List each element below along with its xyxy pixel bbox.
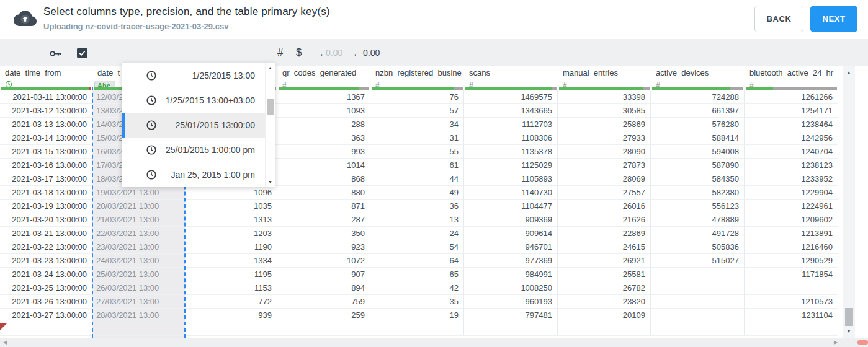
table-cell[interactable]: 2021-03-20 13:00:00	[0, 213, 92, 227]
table-cell[interactable]	[651, 295, 745, 309]
table-cell[interactable]	[651, 268, 745, 281]
table-cell[interactable]: 27/03/2021 13:00	[92, 295, 185, 309]
page-hscroll-thumb[interactable]	[857, 340, 868, 345]
table-cell[interactable]: 1190	[185, 240, 277, 254]
table-cell[interactable]: 1140730	[464, 186, 558, 200]
table-cell[interactable]: 55	[370, 145, 464, 159]
table-cell[interactable]: 1240704	[745, 145, 838, 159]
column-header[interactable]: scans#	[464, 66, 558, 90]
table-cell[interactable]	[651, 309, 745, 322]
table-cell[interactable]: 894	[277, 281, 370, 295]
include-column-checkbox[interactable]	[77, 39, 87, 66]
table-cell[interactable]: 1233952	[745, 172, 838, 186]
table-cell[interactable]: 2021-03-22 13:00:00	[0, 240, 92, 254]
table-cell[interactable]: 26016	[558, 200, 651, 213]
table-cell[interactable]: 54	[370, 240, 464, 254]
table-cell[interactable]: 26/03/2021 13:00	[92, 281, 185, 295]
table-cell[interactable]	[745, 281, 838, 295]
table-cell[interactable]: 1238464	[745, 118, 838, 131]
scroll-up-icon[interactable]: ▲	[846, 70, 851, 76]
table-cell[interactable]: 724288	[651, 90, 745, 104]
table-cell[interactable]: 909369	[464, 213, 558, 227]
dropdown-option[interactable]: 25/01/2015 13:00:00	[122, 113, 275, 138]
table-cell[interactable]: 27557	[558, 186, 651, 200]
table-cell[interactable]: 61	[370, 159, 464, 172]
column-header[interactable]: nzbn_registered_busine#	[370, 66, 464, 90]
table-cell[interactable]: 22869	[558, 227, 651, 240]
table-cell[interactable]: 923	[277, 240, 370, 254]
table-cell[interactable]: 946701	[464, 240, 558, 254]
table-cell[interactable]: 2021-03-27 13:00:00	[0, 309, 92, 322]
table-cell[interactable]: 2021-03-21 13:00:00	[0, 227, 92, 240]
table-cell[interactable]: 1224961	[745, 200, 838, 213]
table-cell[interactable]: 2021-03-25 13:00:00	[0, 281, 92, 295]
table-cell[interactable]: 772	[185, 295, 277, 309]
table-cell[interactable]: 1171854	[745, 268, 838, 281]
scroll-down-icon[interactable]: ▼	[846, 328, 851, 334]
table-cell[interactable]: 20109	[558, 309, 651, 322]
table-cell[interactable]: 1210573	[745, 295, 838, 309]
table-cell[interactable]: 65	[370, 268, 464, 281]
table-cell[interactable]: 1096	[185, 186, 277, 200]
table-cell[interactable]: 24/03/2021 13:00	[92, 254, 185, 268]
table-cell[interactable]: 1334	[185, 254, 277, 268]
table-cell[interactable]: 2021-03-16 13:00:00	[0, 159, 92, 172]
table-cell[interactable]	[651, 322, 745, 336]
table-cell[interactable]: 28/03/2021 13:00	[92, 309, 185, 322]
table-cell[interactable]: 2021-03-17 13:00:00	[0, 172, 92, 186]
table-cell[interactable]: 25581	[558, 268, 651, 281]
table-cell[interactable]: 36	[370, 200, 464, 213]
table-cell[interactable]: 594008	[651, 145, 745, 159]
table-cell[interactable]: 27933	[558, 131, 651, 145]
table-cell[interactable]: 1203	[185, 227, 277, 240]
table-cell[interactable]: 1072	[277, 254, 370, 268]
table-cell[interactable]	[745, 322, 838, 336]
table-cell[interactable]: 1125029	[464, 159, 558, 172]
table-cell[interactable]: 34	[370, 118, 464, 131]
currency-type-button[interactable]: $	[296, 39, 302, 66]
table-cell[interactable]: 1469575	[464, 90, 558, 104]
table-cell[interactable]: 582380	[651, 186, 745, 200]
table-cell[interactable]: 1231104	[745, 309, 838, 322]
table-cell[interactable]: 584350	[651, 172, 745, 186]
table-cell[interactable]: 23/03/2021 13:00	[92, 240, 185, 254]
table-cell[interactable]: 2021-03-26 13:00:00	[0, 295, 92, 309]
table-cell[interactable]: 13	[370, 213, 464, 227]
table-cell[interactable]: 1105893	[464, 172, 558, 186]
table-cell[interactable]: 26782	[558, 281, 651, 295]
table-cell[interactable]	[92, 322, 185, 336]
table-cell[interactable]: 2021-03-11 13:00:00	[0, 90, 92, 104]
table-cell[interactable]: 25/03/2021 13:00	[92, 268, 185, 281]
scroll-up-icon[interactable]: ▲	[268, 66, 272, 70]
scroll-down-icon[interactable]: ▼	[268, 180, 272, 184]
table-cell[interactable]: 880	[277, 186, 370, 200]
table-cell[interactable]: 1135378	[464, 145, 558, 159]
column-header[interactable]: manual_entries#	[558, 66, 651, 90]
table-cell[interactable]: 350	[277, 227, 370, 240]
table-cell[interactable]: 76	[370, 90, 464, 104]
table-cell[interactable]: 797481	[464, 309, 558, 322]
column-header[interactable]: qr_codes_generated#	[277, 66, 370, 90]
table-cell[interactable]: 1216460	[745, 240, 838, 254]
table-cell[interactable]: 1104477	[464, 200, 558, 213]
scroll-left-icon[interactable]: ◀	[3, 340, 7, 345]
table-cell[interactable]: 556123	[651, 200, 745, 213]
table-cell[interactable]: 28069	[558, 172, 651, 186]
table-cell[interactable]: 868	[277, 172, 370, 186]
column-header[interactable]: bluetooth_active_24_hr_#	[745, 66, 838, 90]
table-cell[interactable]: 21/03/2021 13:00	[92, 213, 185, 227]
table-cell[interactable]: 2021-03-18 13:00:00	[0, 186, 92, 200]
table-cell[interactable]: 2021-03-24 13:00:00	[0, 268, 92, 281]
table-cell[interactable]: 1367	[277, 90, 370, 104]
horizontal-scrollbar[interactable]: ◀ ▶	[0, 338, 868, 347]
table-cell[interactable]	[651, 281, 745, 295]
table-cell[interactable]: 24615	[558, 240, 651, 254]
table-cell[interactable]: 1035	[185, 200, 277, 213]
dropdown-option[interactable]: Jan 25, 2015 1:00 pm	[122, 162, 275, 187]
table-cell[interactable]: 1242956	[745, 131, 838, 145]
vertical-scrollbar-thumb[interactable]	[845, 308, 853, 326]
table-cell[interactable]: 960193	[464, 295, 558, 309]
table-cell[interactable]	[185, 322, 277, 336]
table-cell[interactable]: 64	[370, 254, 464, 268]
table-cell[interactable]: 19/03/2021 13:00	[92, 186, 185, 200]
